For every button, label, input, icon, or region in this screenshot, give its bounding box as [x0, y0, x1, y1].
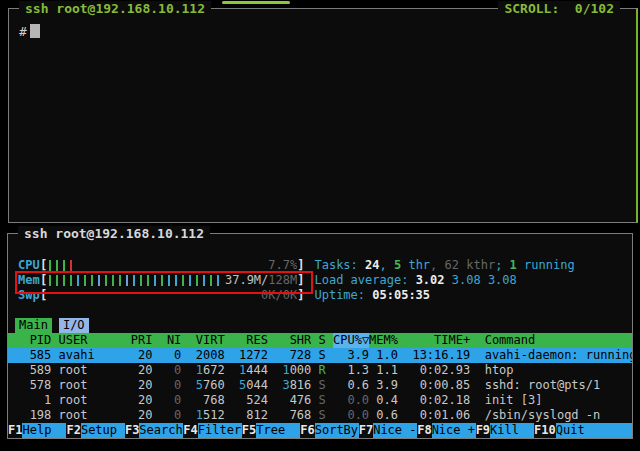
fkey-key: F2	[66, 423, 80, 438]
cell: 0:02.18	[405, 393, 470, 408]
fkey-filter[interactable]: Filter	[198, 423, 242, 438]
cell: 5760	[189, 378, 225, 393]
cell: 0	[160, 348, 182, 363]
text-cursor	[30, 24, 40, 38]
cpu-meter-label: CPU	[18, 258, 40, 273]
cell: 20	[131, 393, 153, 408]
mem-meter-label: Mem	[18, 273, 40, 288]
fkey-key: F4	[183, 423, 197, 438]
cell: avahi-daemon: running	[485, 348, 632, 363]
process-row[interactable]: 1root200768524476S0.00.40:02.18init [3]	[8, 393, 632, 408]
tab-io[interactable]: I/O	[59, 318, 89, 333]
process-row[interactable]: 585avahi20020081272728S3.91.013:16.19ava…	[8, 348, 632, 363]
cell: 13:16.19	[405, 348, 470, 363]
cell: 20	[131, 378, 153, 393]
cell: root	[59, 363, 124, 378]
cell: 524	[232, 393, 268, 408]
cell: 589	[15, 363, 51, 378]
cell: root	[59, 378, 124, 393]
fkey-key: F10	[534, 423, 556, 438]
cell: 1.3	[333, 363, 369, 378]
fkey-nice[interactable]: Nice -	[373, 423, 417, 438]
terminal-pane-bottom[interactable]: ssh root@192.168.10.112 CPU[7.7%] Tasks:…	[7, 233, 633, 439]
tasks-summary: Tasks: 24, 5 thr, 62 kthr; 1 running	[314, 258, 574, 273]
cell: S	[319, 408, 326, 423]
cell: 3.9	[369, 378, 398, 393]
cell: 0	[160, 378, 182, 393]
fkey-key: F1	[8, 423, 22, 438]
cell: 1272	[232, 348, 268, 363]
column-header-virt[interactable]: VIRT	[189, 333, 225, 348]
terminal-pane-top[interactable]: ssh root@192.168.10.112 SCROLL: 0/102 #	[8, 8, 638, 223]
cell: S	[319, 378, 326, 393]
prompt-symbol: #	[19, 24, 27, 39]
fkey-nice[interactable]: Nice +	[432, 423, 476, 438]
fkey-kill[interactable]: Kill	[490, 423, 534, 438]
fkey-tree[interactable]: Tree	[256, 423, 300, 438]
htop-screen: CPU[7.7%] Tasks: 24, 5 thr, 62 kthr; 1 r…	[8, 234, 632, 438]
process-row[interactable]: 578root200576050443816S0.63.90:00.85sshd…	[8, 378, 632, 393]
cell: 728	[275, 348, 311, 363]
cell: 198	[15, 408, 51, 423]
cell: S	[319, 348, 326, 363]
column-header-pri[interactable]: PRI	[131, 333, 153, 348]
cell: 812	[232, 408, 268, 423]
mem-meter: Mem[37.9M/128M]	[8, 273, 304, 288]
column-header-cpu[interactable]: CPU%▽	[333, 333, 369, 348]
cell: 0.0	[333, 408, 369, 423]
fkey-sortby[interactable]: SortBy	[315, 423, 359, 438]
cell: 20	[131, 408, 153, 423]
column-header-command[interactable]: Command	[485, 333, 632, 348]
cpu-meter: CPU[7.7%]	[8, 258, 304, 273]
cell: 5044	[232, 378, 268, 393]
cell: 768	[189, 393, 225, 408]
column-header-user[interactable]: USER	[59, 333, 124, 348]
column-header-ni[interactable]: NI	[160, 333, 182, 348]
process-row[interactable]: 589root200167214441000R1.31.10:02.93htop	[8, 363, 632, 378]
table-header-row: PIDUSERPRINIVIRTRESSHRSCPU%▽MEM%TIME+Com…	[8, 333, 632, 348]
cell: R	[319, 363, 326, 378]
load-average: Load average: 3.02 3.08 3.08	[314, 273, 516, 288]
function-key-bar: F1HelpF2SetupF3SearchF4FilterF5TreeF6Sor…	[8, 423, 632, 438]
cell: avahi	[59, 348, 124, 363]
cell: 0	[160, 363, 182, 378]
cell: root	[59, 393, 124, 408]
fkey-key: F6	[300, 423, 314, 438]
cell: 1512	[189, 408, 225, 423]
shell-prompt[interactable]: #	[19, 23, 40, 41]
cell: init [3]	[485, 393, 632, 408]
column-header-pid[interactable]: PID	[15, 333, 51, 348]
pane-title: ssh root@192.168.10.112	[19, 1, 211, 16]
cell: 1.0	[369, 348, 398, 363]
column-header-mem[interactable]: MEM%	[369, 333, 398, 348]
process-row[interactable]: 198root2001512812768S0.00.60:01.06/sbin/…	[8, 408, 632, 423]
column-header-s[interactable]: S	[319, 333, 326, 348]
fkey-help[interactable]: Help	[22, 423, 66, 438]
column-header-time[interactable]: TIME+	[405, 333, 470, 348]
fkey-setup[interactable]: Setup	[81, 423, 125, 438]
fkey-key: F7	[359, 423, 373, 438]
cell: 2008	[189, 348, 225, 363]
swap-meter-track: 0K/0K	[47, 288, 297, 303]
cell: 578	[15, 378, 51, 393]
cell: 585	[15, 348, 51, 363]
cell: 0:02.93	[405, 363, 470, 378]
mem-meter-track: 37.9M/128M	[47, 273, 297, 288]
fkey-key: F5	[242, 423, 256, 438]
htop-tabs: Main I/O	[8, 318, 632, 333]
fkey-quit[interactable]: Quit	[556, 423, 632, 438]
top-progress-fragment	[222, 1, 290, 4]
cell: 1444	[232, 363, 268, 378]
fkey-search[interactable]: Search	[139, 423, 183, 438]
fkey-key: F8	[417, 423, 431, 438]
uptime: Uptime: 05:05:35	[314, 288, 430, 303]
cell: root	[59, 408, 124, 423]
cell: sshd: root@pts/1	[485, 378, 632, 393]
tab-main[interactable]: Main	[15, 318, 52, 333]
swap-meter: Swp[0K/0K]	[8, 288, 304, 303]
swap-meter-label: Swp	[18, 288, 40, 303]
column-header-res[interactable]: RES	[232, 333, 268, 348]
cell: 3.9	[333, 348, 369, 363]
column-header-shr[interactable]: SHR	[275, 333, 311, 348]
cell: 0.0	[333, 393, 369, 408]
